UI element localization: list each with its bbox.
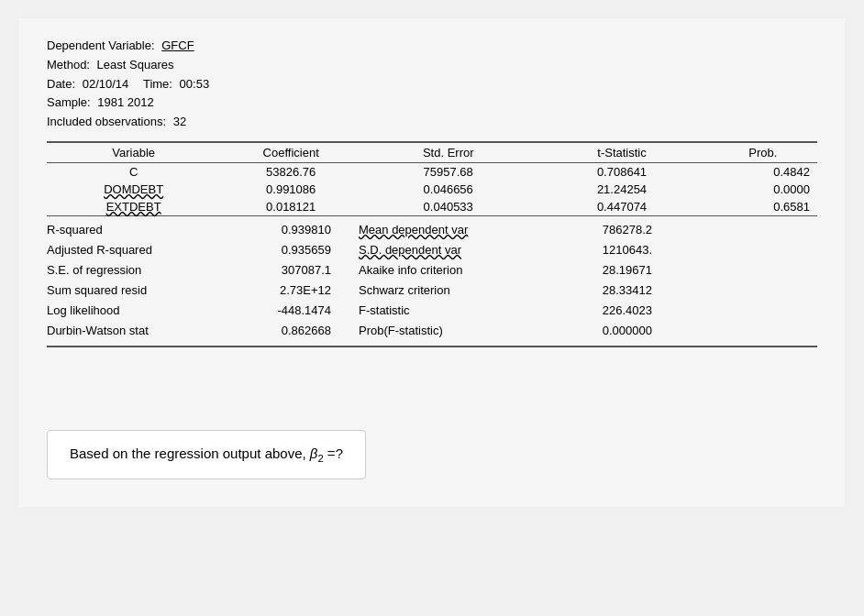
stat-label: Adjusted R-squared bbox=[47, 240, 230, 260]
cell-coefficient: 0.018121 bbox=[220, 198, 361, 216]
dependent-var-line: Dependent Variable: GFCF bbox=[47, 37, 817, 56]
date-line: Date: 02/10/14 Time: 00:53 bbox=[47, 75, 817, 94]
stats-row: R-squared 0.939810 Mean dependent var 78… bbox=[47, 220, 817, 240]
final-divider bbox=[47, 346, 817, 347]
cell-variable: EXTDEBT bbox=[47, 198, 220, 216]
stat-value2: 786278.2 bbox=[533, 220, 652, 240]
dependent-var-label: Dependent Variable: bbox=[47, 38, 155, 52]
cell-tstat: 0.447074 bbox=[535, 198, 708, 216]
cell-variable: DOMDEBT bbox=[47, 181, 220, 198]
cell-coefficient: 53826.76 bbox=[220, 162, 361, 181]
cell-stderr: 0.040533 bbox=[361, 198, 535, 216]
header-coefficient: Coefficient bbox=[220, 142, 361, 163]
stat-label: Sum squared resid bbox=[47, 280, 230, 301]
header-tstat: t-Statistic bbox=[535, 142, 708, 163]
cell-tstat: 21.24254 bbox=[535, 181, 708, 198]
stat-value2: 1210643. bbox=[533, 240, 652, 260]
stats-row: Sum squared resid 2.73E+12 Schwarz crite… bbox=[47, 280, 817, 301]
cell-variable: C bbox=[47, 162, 220, 181]
stat-value: 0.939810 bbox=[230, 220, 331, 240]
meta-info: Dependent Variable: GFCF Method: Least S… bbox=[47, 37, 817, 132]
stat-value: 0.935659 bbox=[230, 240, 331, 260]
header-prob: Prob. bbox=[709, 142, 817, 163]
stat-value2: 226.4023 bbox=[533, 301, 652, 321]
stats-row: Durbin-Watson stat 0.862668 Prob(F-stati… bbox=[47, 321, 817, 341]
method-value: Least Squares bbox=[97, 58, 174, 72]
stats-section: R-squared 0.939810 Mean dependent var 78… bbox=[47, 220, 817, 342]
method-label: Method: bbox=[47, 58, 90, 72]
sample-line: Sample: 1981 2012 bbox=[47, 94, 817, 113]
stat-label2: S.D. dependent var bbox=[331, 240, 533, 260]
stat-value: -448.1474 bbox=[230, 301, 331, 321]
stat-value2: 28.19671 bbox=[533, 260, 652, 280]
dependent-var-value: GFCF bbox=[161, 38, 194, 52]
stats-row: S.E. of regression 307087.1 Akaike info … bbox=[47, 260, 817, 280]
stat-value: 2.73E+12 bbox=[230, 280, 331, 301]
sample-value: 1981 2012 bbox=[97, 95, 153, 109]
stat-value: 0.862668 bbox=[230, 321, 331, 341]
stat-value2: 28.33412 bbox=[533, 280, 652, 301]
cell-stderr: 75957.68 bbox=[361, 162, 535, 181]
header-stderr: Std. Error bbox=[361, 142, 535, 163]
sample-label: Sample: bbox=[47, 95, 91, 109]
method-line: Method: Least Squares bbox=[47, 56, 817, 75]
stat-label: Durbin-Watson stat bbox=[47, 321, 230, 341]
stat-label2: Akaike info criterion bbox=[331, 260, 533, 280]
header-variable: Variable bbox=[47, 142, 220, 163]
observations-label: Included observations: bbox=[47, 115, 166, 128]
cell-prob: 0.0000 bbox=[709, 181, 817, 198]
stat-label: R-squared bbox=[47, 220, 230, 240]
stats-row: Adjusted R-squared 0.935659 S.D. depende… bbox=[47, 240, 817, 260]
stat-value2: 0.000000 bbox=[533, 321, 652, 341]
stat-label: Log likelihood bbox=[47, 301, 230, 321]
time-value: 00:53 bbox=[180, 77, 210, 91]
cell-tstat: 0.708641 bbox=[535, 162, 708, 181]
question-text: Based on the regression output above, β2… bbox=[70, 446, 343, 461]
cell-coefficient: 0.991086 bbox=[220, 181, 361, 198]
question-box: Based on the regression output above, β2… bbox=[47, 430, 366, 479]
cell-stderr: 0.046656 bbox=[361, 181, 535, 198]
stats-row: Log likelihood -448.1474 F-statistic 226… bbox=[47, 301, 817, 321]
cell-prob: 0.6581 bbox=[709, 198, 817, 216]
stat-label2: Mean dependent var bbox=[331, 220, 533, 240]
stat-label2: F-statistic bbox=[331, 301, 533, 321]
cell-prob: 0.4842 bbox=[709, 162, 817, 181]
regression-table: Variable Coefficient Std. Error t-Statis… bbox=[47, 141, 817, 216]
date-label: Date: bbox=[47, 77, 75, 91]
stat-label2: Prob(F-statistic) bbox=[331, 321, 533, 341]
stat-value: 307087.1 bbox=[230, 260, 331, 280]
stat-label: S.E. of regression bbox=[47, 260, 230, 280]
main-container: Dependent Variable: GFCF Method: Least S… bbox=[19, 18, 845, 507]
stat-label2: Schwarz criterion bbox=[331, 280, 533, 301]
observations-line: Included observations: 32 bbox=[47, 113, 817, 132]
date-value: 02/10/14 bbox=[83, 77, 129, 91]
question-area: Based on the regression output above, β2… bbox=[47, 393, 817, 479]
time-label: Time: bbox=[143, 77, 172, 91]
observations-value: 32 bbox=[173, 115, 186, 128]
